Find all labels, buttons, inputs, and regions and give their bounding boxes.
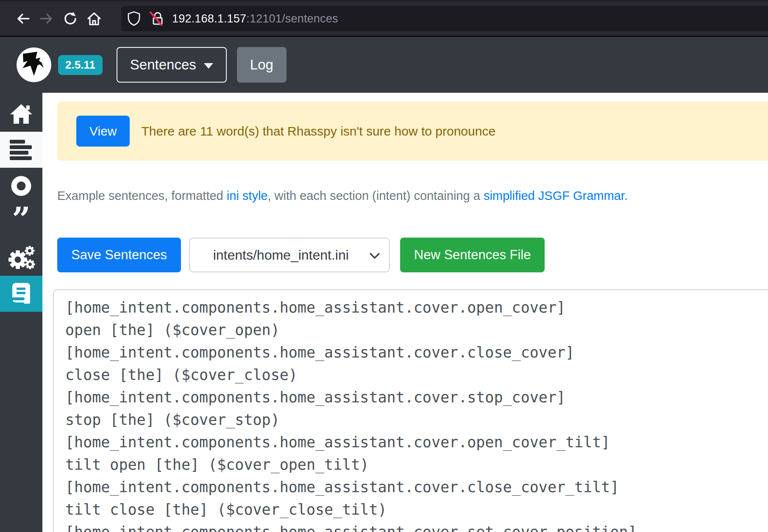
browser-home-icon [86,11,102,26]
new-sentences-file-button[interactable]: New Sentences File [400,238,545,272]
rhasspy-sentences-page: 192.168.1.157:12101/sentences 2.5.11 Sen… [0,0,768,532]
url-text: 192.168.1.157:12101/sentences [172,12,338,25]
settings-gears-icon [7,244,35,272]
save-sentences-button[interactable]: Save Sentences [57,238,181,272]
sidebar-item-docs[interactable] [0,276,42,312]
log-button[interactable]: Log [237,47,287,83]
rhasspy-logo [16,47,52,83]
pronounce-warning-alert: View There are 11 word(s) that Rhasspy i… [57,102,768,161]
caret-down-icon [204,63,213,69]
url-path: :12101/sentences [246,12,338,25]
back-arrow-icon [16,12,30,25]
shield-icon [127,11,141,26]
home-icon [9,103,33,125]
intro-part1: Example sentences, formatted [57,189,227,202]
reload-button[interactable] [58,7,82,30]
reload-icon [63,11,78,26]
sidebar-item-settings[interactable] [0,240,42,276]
content-area: View There are 11 word(s) that Rhasspy i… [42,93,768,532]
url-host: 192.168.1.157 [172,12,246,25]
browser-toolbar: 192.168.1.157:12101/sentences [0,0,768,36]
jsgf-grammar-link[interactable]: simplified JSGF Grammar. [484,189,628,202]
address-bar[interactable]: 192.168.1.157:12101/sentences [121,6,768,31]
record-icon [10,175,32,197]
sidebar-item-home[interactable] [0,96,42,132]
sidebar: ” [0,93,42,532]
sidebar-item-slots[interactable]: ” [0,204,42,240]
page-nav-dropdown[interactable]: Sentences [117,47,227,83]
docs-book-icon [11,283,31,305]
ini-style-link[interactable]: ini style [227,189,268,202]
quotes-icon: ” [12,211,31,233]
back-button[interactable] [11,7,35,30]
sidebar-item-record[interactable] [0,168,42,204]
sidebar-item-sentences[interactable] [0,132,42,168]
forward-button[interactable] [35,7,58,30]
sentences-editor-box: [home_intent.components.home_assistant.c… [53,289,768,532]
insecure-lock-icon [148,11,165,27]
alert-message: There are 11 word(s) that Rhasspy isn't … [141,124,495,139]
page-nav-label: Sentences [130,57,196,73]
chevron-down-icon [370,253,380,259]
sentences-file-value: intents/home_intent.ini [213,247,349,263]
intro-text: Example sentences, formatted ini style, … [57,189,768,203]
app-header: 2.5.11 Sentences Log [0,37,768,93]
view-button[interactable]: View [76,116,130,147]
version-badge: 2.5.11 [58,55,103,75]
sentences-editor[interactable]: [home_intent.components.home_assistant.c… [65,296,768,532]
browser-home-button[interactable] [82,7,106,30]
sentences-icon [10,140,33,160]
sentences-file-select[interactable]: intents/home_intent.ini [189,238,390,272]
sentences-toolbar: Save Sentences intents/home_intent.ini N… [57,238,768,272]
intro-part2: , with each section (intent) containing … [267,189,483,202]
forward-arrow-icon [39,12,54,25]
